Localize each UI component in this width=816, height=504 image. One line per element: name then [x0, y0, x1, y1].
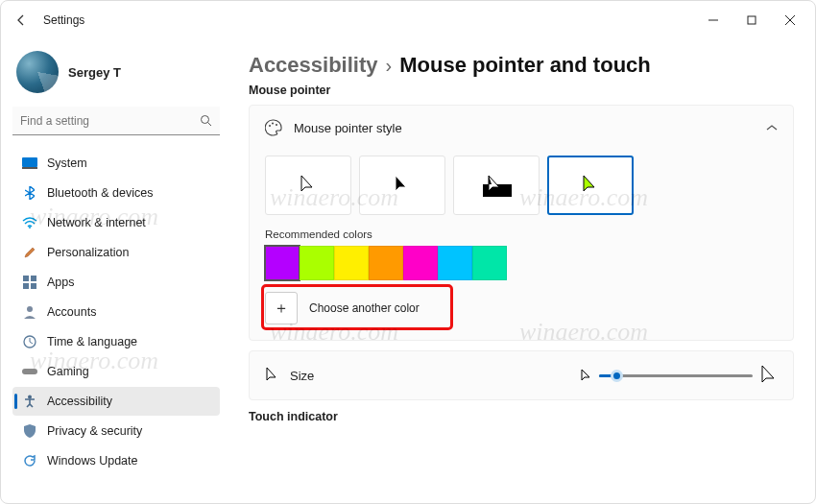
sidebar-item-system[interactable]: System: [12, 149, 220, 178]
svg-rect-1: [748, 16, 756, 24]
color-swatch-5[interactable]: [438, 246, 472, 280]
sidebar-item-time[interactable]: Time & language: [12, 327, 220, 356]
svg-point-19: [276, 124, 277, 126]
pointer-style-black[interactable]: [359, 156, 445, 215]
maximize-icon: [747, 15, 756, 25]
svg-point-18: [272, 123, 274, 125]
titlebar: Settings: [1, 1, 815, 39]
system-icon: [22, 156, 37, 171]
update-icon: [22, 453, 37, 468]
palette-icon: [265, 119, 282, 136]
search-box[interactable]: [12, 107, 220, 135]
slider-thumb[interactable]: [611, 370, 623, 382]
main-content: Accessibility › Mouse pointer and touch …: [231, 39, 815, 503]
sidebar-item-label: Accessibility: [47, 395, 112, 408]
shield-icon: [22, 423, 37, 439]
svg-point-16: [28, 396, 32, 399]
sidebar-item-label: Time & language: [47, 335, 137, 348]
cursor-black-icon: [394, 175, 411, 196]
size-slider[interactable]: [599, 374, 753, 377]
cursor-min-icon: [580, 369, 591, 383]
svg-point-8: [29, 227, 31, 228]
close-button[interactable]: [771, 6, 809, 35]
user-name: Sergey T: [68, 65, 121, 80]
paintbrush-icon: [22, 245, 37, 260]
svg-point-17: [269, 125, 271, 127]
svg-rect-12: [31, 283, 36, 289]
choose-another-row: ＋ Choose another color: [265, 292, 778, 324]
search-input[interactable]: [20, 114, 200, 128]
sidebar-item-label: System: [47, 156, 87, 170]
svg-rect-10: [31, 276, 36, 281]
search-icon: [200, 114, 212, 127]
sidebar-item-label: Apps: [47, 276, 75, 289]
choose-another-label: Choose another color: [309, 301, 420, 315]
avatar: [16, 51, 59, 93]
sidebar-item-network[interactable]: Network & internet: [12, 208, 220, 237]
svg-rect-11: [23, 283, 29, 289]
pointer-style-custom[interactable]: [547, 156, 634, 215]
color-swatch-6[interactable]: [472, 246, 507, 280]
cursor-white-icon: [300, 175, 317, 196]
cursor-inverted-icon: [477, 173, 516, 198]
bluetooth-icon: [22, 185, 37, 201]
svg-rect-6: [22, 157, 37, 167]
page-title: Mouse pointer and touch: [399, 53, 651, 78]
sidebar-item-accessibility[interactable]: Accessibility: [12, 387, 220, 416]
color-swatch-2[interactable]: [334, 246, 369, 280]
section-mouse-pointer: Mouse pointer: [249, 84, 794, 97]
nav: System Bluetooth & devices Network & int…: [12, 149, 220, 475]
sidebar-item-label: Accounts: [47, 305, 96, 319]
size-slider-wrap: [580, 365, 778, 386]
sidebar-item-label: Gaming: [47, 365, 89, 378]
sidebar-item-gaming[interactable]: Gaming: [12, 357, 220, 386]
minimize-icon: [708, 15, 718, 25]
window-controls: [694, 6, 809, 35]
pointer-style-inverted[interactable]: [453, 156, 540, 215]
sidebar: Sergey T System Bluetooth & devices Netw…: [1, 39, 231, 503]
recommended-colors: [265, 246, 778, 280]
person-icon: [22, 304, 37, 320]
cursor-small-icon: [265, 367, 278, 384]
wifi-icon: [22, 215, 37, 230]
sidebar-item-label: Bluetooth & devices: [47, 186, 154, 200]
sidebar-item-label: Personalization: [47, 246, 129, 259]
minimize-button[interactable]: [694, 6, 732, 35]
sidebar-item-label: Privacy & security: [47, 424, 142, 438]
maximize-button[interactable]: [732, 6, 771, 35]
apps-icon: [22, 275, 37, 290]
back-button[interactable]: [7, 6, 36, 35]
sidebar-item-apps[interactable]: Apps: [12, 268, 220, 297]
sidebar-item-label: Windows Update: [47, 454, 138, 468]
color-swatch-4[interactable]: [403, 246, 438, 280]
svg-point-4: [202, 116, 209, 124]
size-label: Size: [290, 369, 314, 383]
sidebar-item-update[interactable]: Windows Update: [12, 446, 220, 475]
pointer-style-options: [265, 156, 778, 215]
choose-another-color-button[interactable]: ＋: [265, 292, 298, 324]
sidebar-item-accounts[interactable]: Accounts: [12, 298, 220, 326]
svg-line-5: [208, 123, 212, 127]
color-swatch-1[interactable]: [300, 246, 334, 280]
window-title: Settings: [43, 13, 84, 27]
arrow-left-icon: [14, 13, 28, 27]
cursor-custom-icon: [582, 175, 599, 196]
pointer-style-card: Mouse pointer style: [249, 105, 794, 341]
color-swatch-0[interactable]: [265, 246, 300, 280]
breadcrumb: Accessibility › Mouse pointer and touch: [249, 53, 794, 78]
user-profile[interactable]: Sergey T: [16, 51, 216, 93]
sidebar-item-privacy[interactable]: Privacy & security: [12, 417, 220, 445]
color-swatch-3[interactable]: [369, 246, 403, 280]
close-icon: [785, 15, 795, 25]
gamepad-icon: [22, 364, 37, 379]
clock-icon: [22, 334, 37, 349]
pointer-style-header[interactable]: Mouse pointer style: [250, 106, 793, 150]
pointer-style-white[interactable]: [265, 156, 351, 215]
svg-point-13: [27, 306, 33, 312]
breadcrumb-parent[interactable]: Accessibility: [249, 53, 378, 78]
recommended-colors-label: Recommended colors: [265, 228, 778, 240]
svg-rect-15: [22, 369, 37, 374]
sidebar-item-personalization[interactable]: Personalization: [12, 238, 220, 267]
sidebar-item-bluetooth[interactable]: Bluetooth & devices: [12, 179, 220, 207]
svg-rect-9: [23, 276, 29, 281]
